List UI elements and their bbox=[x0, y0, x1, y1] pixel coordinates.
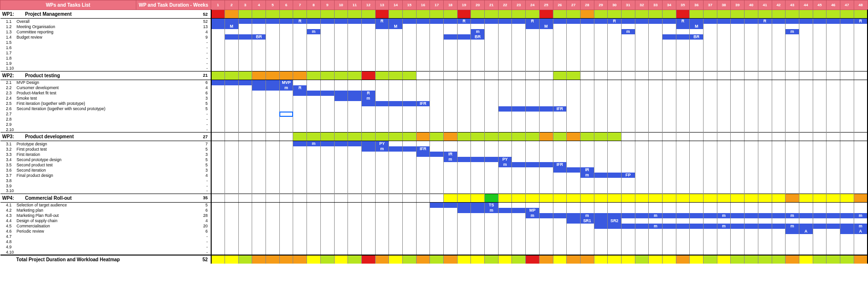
gantt-cell[interactable] bbox=[211, 40, 225, 45]
gantt-cell[interactable] bbox=[307, 183, 321, 188]
gantt-cell[interactable] bbox=[389, 122, 403, 127]
gantt-cell[interactable] bbox=[827, 183, 840, 188]
gantt-cell[interactable] bbox=[567, 245, 581, 250]
gantt-cell[interactable] bbox=[608, 66, 622, 71]
gantt-bar-cell[interactable] bbox=[512, 208, 526, 213]
gantt-cell[interactable] bbox=[361, 106, 375, 112]
gantt-cell[interactable] bbox=[512, 34, 526, 40]
gantt-cell[interactable] bbox=[266, 122, 280, 127]
gantt-cell[interactable] bbox=[498, 141, 512, 147]
gantt-cell[interactable] bbox=[690, 112, 704, 117]
gantt-cell[interactable] bbox=[813, 106, 827, 112]
gantt-cell[interactable] bbox=[416, 173, 430, 178]
gantt-cell[interactable] bbox=[430, 117, 444, 122]
gantt-cell[interactable] bbox=[813, 157, 827, 162]
gantt-cell[interactable] bbox=[676, 245, 690, 250]
gantt-cell[interactable] bbox=[307, 188, 321, 194]
gantt-cell[interactable] bbox=[471, 224, 485, 229]
gantt-bar-cell[interactable] bbox=[471, 202, 485, 208]
gantt-bar-cell[interactable] bbox=[279, 19, 293, 24]
gantt-cell[interactable] bbox=[402, 152, 416, 157]
total-heat-cell[interactable] bbox=[402, 255, 416, 264]
gantt-cell[interactable] bbox=[663, 167, 676, 173]
gantt-cell[interactable] bbox=[375, 91, 389, 96]
heat-cell[interactable] bbox=[827, 71, 840, 80]
gantt-cell[interactable] bbox=[416, 85, 430, 91]
gantt-cell[interactable] bbox=[498, 218, 512, 224]
gantt-cell[interactable] bbox=[635, 24, 649, 29]
gantt-cell[interactable] bbox=[799, 202, 813, 208]
heat-cell[interactable] bbox=[512, 133, 526, 141]
gantt-bar-cell[interactable] bbox=[539, 162, 553, 167]
gantt-cell[interactable] bbox=[704, 141, 717, 147]
gantt-cell[interactable] bbox=[827, 66, 840, 71]
heat-cell[interactable] bbox=[745, 71, 758, 80]
heat-cell[interactable] bbox=[840, 133, 854, 141]
gantt-cell[interactable] bbox=[676, 96, 690, 101]
gantt-bar-cell[interactable] bbox=[334, 19, 348, 24]
gantt-cell[interactable] bbox=[348, 162, 362, 167]
gantt-cell[interactable] bbox=[676, 229, 690, 234]
gantt-cell[interactable] bbox=[635, 80, 649, 85]
gantt-cell[interactable] bbox=[444, 229, 458, 234]
gantt-bar-cell[interactable]: m bbox=[717, 213, 731, 218]
heat-cell[interactable] bbox=[635, 194, 649, 202]
gantt-cell[interactable] bbox=[430, 213, 444, 218]
gantt-cell[interactable] bbox=[512, 96, 526, 101]
gantt-cell[interactable] bbox=[444, 141, 458, 147]
gantt-cell[interactable] bbox=[649, 188, 663, 194]
gantt-cell[interactable] bbox=[813, 141, 827, 147]
gantt-bar-cell[interactable] bbox=[361, 141, 375, 147]
heat-cell[interactable] bbox=[238, 10, 252, 19]
gantt-cell[interactable] bbox=[567, 202, 581, 208]
gantt-cell[interactable] bbox=[608, 40, 622, 45]
gantt-cell[interactable] bbox=[348, 178, 362, 183]
gantt-cell[interactable] bbox=[266, 127, 280, 133]
gantt-cell[interactable] bbox=[608, 122, 622, 127]
gantt-bar-cell[interactable] bbox=[225, 80, 239, 85]
gantt-cell[interactable] bbox=[471, 85, 485, 91]
gantt-cell[interactable] bbox=[444, 29, 458, 34]
gantt-bar-cell[interactable] bbox=[389, 146, 403, 152]
gantt-cell[interactable] bbox=[444, 66, 458, 71]
gantt-cell[interactable] bbox=[252, 112, 266, 117]
gantt-cell[interactable] bbox=[731, 188, 745, 194]
gantt-cell[interactable] bbox=[704, 96, 717, 101]
gantt-bar-cell[interactable] bbox=[485, 19, 499, 24]
gantt-cell[interactable] bbox=[334, 117, 348, 122]
gantt-cell[interactable] bbox=[594, 245, 608, 250]
gantt-cell[interactable] bbox=[471, 250, 485, 255]
gantt-cell[interactable] bbox=[416, 55, 430, 61]
gantt-cell[interactable] bbox=[348, 122, 362, 127]
gantt-cell[interactable] bbox=[266, 106, 280, 112]
gantt-cell[interactable] bbox=[416, 188, 430, 194]
gantt-cell[interactable] bbox=[279, 178, 293, 183]
gantt-cell[interactable] bbox=[745, 80, 758, 85]
gantt-cell[interactable] bbox=[266, 112, 280, 117]
gantt-cell[interactable] bbox=[745, 101, 758, 106]
gantt-cell[interactable] bbox=[320, 112, 334, 117]
gantt-cell[interactable] bbox=[361, 202, 375, 208]
gantt-cell[interactable] bbox=[676, 45, 690, 50]
heat-cell[interactable] bbox=[567, 194, 581, 202]
gantt-cell[interactable] bbox=[840, 183, 854, 188]
gantt-cell[interactable] bbox=[690, 101, 704, 106]
gantt-cell[interactable] bbox=[731, 208, 745, 213]
gantt-bar-cell[interactable]: R bbox=[375, 19, 389, 24]
gantt-cell[interactable] bbox=[786, 250, 799, 255]
heat-cell[interactable] bbox=[252, 194, 266, 202]
heat-cell[interactable] bbox=[444, 133, 458, 141]
gantt-cell[interactable] bbox=[416, 218, 430, 224]
gantt-cell[interactable] bbox=[320, 239, 334, 245]
gantt-cell[interactable] bbox=[402, 66, 416, 71]
gantt-cell[interactable] bbox=[539, 45, 553, 50]
gantt-cell[interactable] bbox=[457, 112, 471, 117]
gantt-cell[interactable] bbox=[827, 80, 840, 85]
gantt-cell[interactable] bbox=[225, 45, 239, 50]
gantt-cell[interactable] bbox=[334, 112, 348, 117]
gantt-cell[interactable] bbox=[676, 122, 690, 127]
gantt-cell[interactable] bbox=[731, 245, 745, 250]
gantt-cell[interactable] bbox=[717, 157, 731, 162]
heat-cell[interactable] bbox=[717, 194, 731, 202]
gantt-cell[interactable] bbox=[690, 96, 704, 101]
